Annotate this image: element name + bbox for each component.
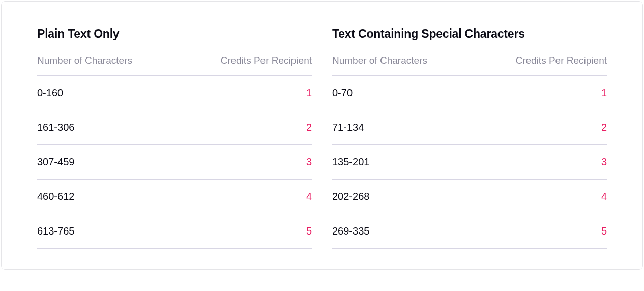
table-title: Text Containing Special Characters bbox=[332, 27, 607, 41]
plain-text-table: Plain Text Only Number of Characters Cre… bbox=[37, 27, 312, 249]
character-range: 307-459 bbox=[37, 156, 74, 168]
character-range: 202-268 bbox=[332, 191, 369, 202]
table-row: 613-765 5 bbox=[37, 214, 312, 249]
table-header-row: Number of Characters Credits Per Recipie… bbox=[37, 55, 312, 76]
credits-value: 5 bbox=[601, 225, 607, 237]
character-range: 613-765 bbox=[37, 225, 74, 237]
table-row: 0-160 1 bbox=[37, 76, 312, 110]
credits-value: 3 bbox=[601, 156, 607, 168]
table-header-row: Number of Characters Credits Per Recipie… bbox=[332, 55, 607, 76]
table-row: 202-268 4 bbox=[332, 180, 607, 214]
special-characters-table: Text Containing Special Characters Numbe… bbox=[332, 27, 607, 249]
character-range: 0-160 bbox=[37, 87, 63, 99]
credits-value: 5 bbox=[306, 225, 312, 237]
column-header-characters: Number of Characters bbox=[332, 55, 427, 66]
credits-value: 2 bbox=[306, 122, 312, 133]
credits-value: 2 bbox=[601, 122, 607, 133]
table-row: 460-612 4 bbox=[37, 180, 312, 214]
table-title: Plain Text Only bbox=[37, 27, 312, 41]
credits-value: 4 bbox=[306, 191, 312, 202]
credits-value: 1 bbox=[306, 87, 312, 99]
column-header-credits: Credits Per Recipient bbox=[220, 55, 312, 66]
table-row: 71-134 2 bbox=[332, 110, 607, 145]
table-row: 135-201 3 bbox=[332, 145, 607, 180]
character-range: 71-134 bbox=[332, 122, 364, 133]
character-range: 460-612 bbox=[37, 191, 74, 202]
character-range: 0-70 bbox=[332, 87, 353, 99]
credits-value: 1 bbox=[601, 87, 607, 99]
column-header-characters: Number of Characters bbox=[37, 55, 132, 66]
credits-value: 3 bbox=[306, 156, 312, 168]
character-range: 135-201 bbox=[332, 156, 369, 168]
table-row: 269-335 5 bbox=[332, 214, 607, 249]
character-range: 269-335 bbox=[332, 225, 369, 237]
table-row: 161-306 2 bbox=[37, 110, 312, 145]
character-range: 161-306 bbox=[37, 122, 74, 133]
credits-value: 4 bbox=[601, 191, 607, 202]
table-row: 307-459 3 bbox=[37, 145, 312, 180]
column-header-credits: Credits Per Recipient bbox=[515, 55, 607, 66]
pricing-tables-container: Plain Text Only Number of Characters Cre… bbox=[1, 1, 643, 270]
table-row: 0-70 1 bbox=[332, 76, 607, 110]
